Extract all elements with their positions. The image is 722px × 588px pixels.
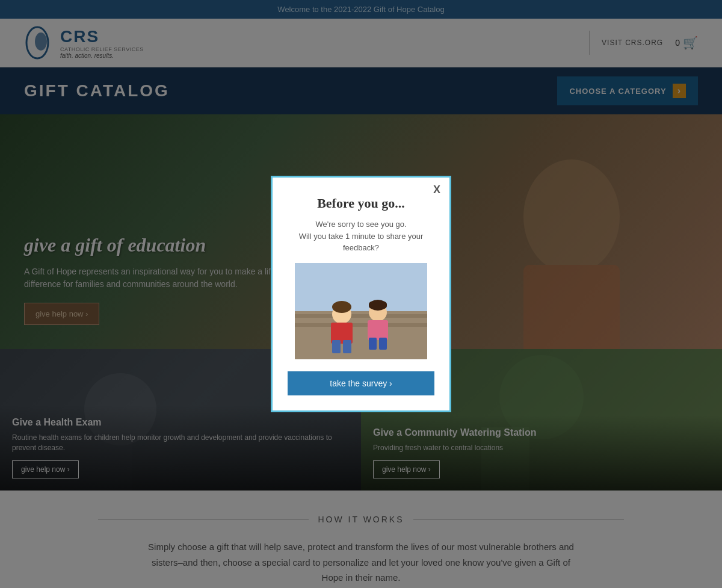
modal-subtitle-line1: We're sorry to see you go. — [315, 220, 406, 229]
svg-point-22 — [332, 301, 351, 313]
modal-subtitle-line2: Will you take 1 minute to share your fee… — [299, 232, 424, 253]
svg-rect-16 — [332, 340, 341, 353]
svg-rect-17 — [343, 340, 351, 353]
kids-svg — [295, 263, 427, 359]
modal-image — [295, 263, 427, 359]
modal-close-button[interactable]: X — [433, 184, 440, 196]
modal-overlay[interactable]: X Before you go... We're sorry to see yo… — [0, 0, 722, 588]
svg-rect-10 — [295, 263, 427, 311]
modal-title: Before you go... — [288, 196, 434, 211]
kids-photo — [295, 263, 427, 359]
svg-rect-20 — [369, 338, 377, 350]
svg-rect-21 — [379, 338, 387, 350]
svg-rect-13 — [295, 323, 427, 327]
take-survey-button[interactable]: take the survey › — [288, 371, 434, 395]
svg-rect-24 — [369, 302, 387, 309]
feedback-modal: X Before you go... We're sorry to see yo… — [271, 176, 451, 412]
svg-rect-11 — [295, 311, 427, 359]
svg-rect-19 — [368, 320, 388, 340]
modal-subtitle: We're sorry to see you go. Will you take… — [288, 218, 434, 254]
svg-rect-12 — [295, 314, 427, 318]
